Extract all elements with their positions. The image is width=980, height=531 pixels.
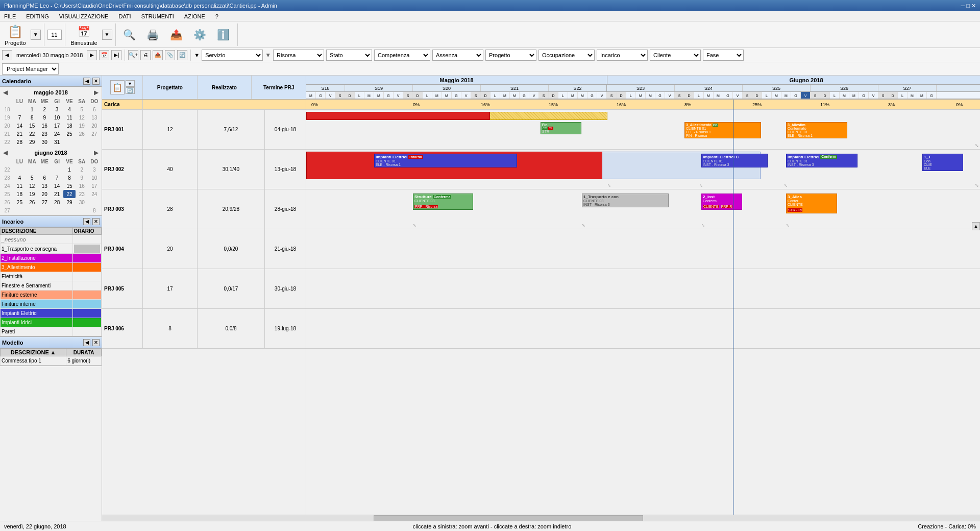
num-weeks-input[interactable] [47,30,62,40]
incarico-row-trasporto[interactable]: 1_Trasporto e consegna [1,244,102,254]
cal-day[interactable]: 14 [13,122,26,130]
cal-prev2-btn[interactable]: ◀ [3,149,8,156]
cal-day[interactable]: 3 [51,105,63,113]
incarico-row-finestre[interactable]: Finestre e Serramenti [1,281,102,291]
cal-day[interactable]: 16 [76,182,88,190]
occupazione-filter[interactable]: Occupazione [538,50,595,61]
progetto-dropdown-btn[interactable]: ▼ [31,30,41,40]
scroll-up-btn[interactable]: ▲ [972,222,980,230]
cal-day[interactable]: 20 [38,190,51,198]
cal-day[interactable]: 8 [88,206,101,214]
cal-day[interactable] [76,138,88,146]
cal-day[interactable]: 15 [26,122,38,130]
cal-day[interactable]: 14 [51,182,63,190]
menu-file[interactable]: FILE [2,13,18,20]
cal-day[interactable]: 27 [38,198,51,206]
risorsa-filter[interactable]: Risorsa [273,50,324,61]
cal-day[interactable]: 15 [63,182,76,190]
cal-day[interactable]: 30 [38,138,51,146]
incarico-row-impianti-id[interactable]: Impianti Idrici [1,318,102,327]
cal-day[interactable]: 10 [51,113,63,122]
scrollbar-thumb[interactable] [374,515,643,521]
cal-day[interactable]: 1 [26,105,38,113]
cal-next-btn[interactable]: ▶ [94,89,99,96]
cal-day[interactable]: 7 [51,174,63,182]
cal-next2-btn[interactable]: ▶ [94,149,99,156]
print-btn[interactable]: 🖨️ [142,25,164,44]
project-manager-select[interactable]: Project Manager [2,63,59,75]
cal-day[interactable]: 28 [51,198,63,206]
cal-day[interactable]: 3 [88,165,101,174]
cal-day[interactable] [88,138,101,146]
cal-day[interactable] [51,165,63,174]
prj005-row[interactable]: PRJ 005 17 0,0/17 30-giu-18 [102,269,306,309]
cal-day[interactable] [26,206,38,214]
prj001-row[interactable]: PRJ 001 12 7,6/12 04-giu-18 [102,110,306,150]
task-allest-s23[interactable]: 3_Allestimento CO CLIENTE 01 ELE - Risor… [684,122,761,138]
cliente-filter[interactable]: Cliente [650,50,701,61]
task-s25-trunc[interactable]: 1_T Con CLIE ELE [922,154,963,171]
cal-day[interactable] [63,138,76,146]
cal-day[interactable]: 16 [38,122,51,130]
cal-day[interactable]: 5 [26,174,38,182]
menu-help[interactable]: ? [213,13,220,20]
modello-close-btn[interactable]: ✕ [92,339,100,346]
cal-day[interactable] [13,165,26,174]
progetto-btn[interactable]: 📋 Progetto [2,22,29,47]
incarico-row-finiture-esterne[interactable]: Finiture esterne [1,291,102,300]
task-trsp-s22[interactable]: 1_Trasporto e con CLIENTE 03 INST - Riso… [582,194,669,207]
task-alles-s24[interactable]: 3_Alles Confer CLIENTE STR - Ri [786,194,837,213]
cal-day[interactable]: 30 [76,198,88,206]
stato-filter[interactable]: Stato [326,50,372,61]
cal-day[interactable]: 10 [88,174,101,182]
cal-day[interactable]: 24 [88,190,101,198]
cal-day[interactable]: 22 [63,190,76,198]
cal-day[interactable]: 18 [13,190,26,198]
cal-day[interactable] [38,165,51,174]
incarico-row-pareti[interactable]: Pareti [1,327,102,336]
cal-day[interactable] [38,206,51,214]
incarico-filter[interactable]: Incarico [597,50,648,61]
competenza-filter[interactable]: Competenza [374,50,430,61]
calendar-picker-btn[interactable]: 📅 [99,50,109,60]
cal-day[interactable]: 24 [51,130,63,138]
maximize-btn[interactable]: □ [966,3,970,9]
cal-day[interactable] [88,198,101,206]
cal-day[interactable]: 17 [88,182,101,190]
today-btn[interactable]: ▶| [111,50,121,60]
menu-visualizzazione[interactable]: VISUALIZZAZIONE [57,13,111,20]
scrollbar-track[interactable] [306,515,980,521]
settings-btn[interactable]: ⚙️ [189,25,211,44]
cal-day[interactable]: 28 [13,138,26,146]
task-imp-el-s23[interactable]: Impianti Elettrici C CLIENTE 01 INST - R… [701,154,768,167]
task-strutture-s20[interactable]: Strutture Conferma CLIENTE 03 PRP - Riso… [413,194,473,210]
cal-day[interactable] [13,105,26,113]
cal-day[interactable]: 8 [63,174,76,182]
print-small-btn[interactable]: 🖨 [140,50,151,60]
refresh-btn[interactable]: 🔄 [177,50,187,60]
cal-day[interactable]: 9 [38,113,51,122]
menu-azione[interactable]: AZIONE [182,13,207,20]
cal-day[interactable] [51,206,63,214]
cal-day[interactable] [26,165,38,174]
cal-day[interactable]: 23 [76,190,88,198]
prev-date-btn[interactable]: ◀ [2,50,12,60]
gantt-filter-btn[interactable]: ▼ [126,80,135,87]
menu-strumenti[interactable]: STRUMENTI [139,13,176,20]
task-inst-s23[interactable]: 2_Inst Conferm CLIENTE PRP-R [701,194,742,210]
cal-day[interactable]: 26 [76,130,88,138]
cal-day[interactable]: 31 [51,138,63,146]
servizio-filter[interactable]: Servizio [202,50,263,61]
progetto-filter[interactable]: Progetto [485,50,536,61]
incarico-row-allestimento[interactable]: 3_Allestimento [1,263,102,272]
menu-editing[interactable]: EDITING [24,13,51,20]
close-btn[interactable]: ✕ [971,3,976,9]
cal-day[interactable]: 11 [63,113,76,122]
task-fin-001[interactable]: Fin CO CL STR [541,122,581,134]
prj002-row[interactable]: PRJ 002 40 30,1/40 13-giu-18 [102,150,306,189]
cal-day[interactable]: 23 [38,130,51,138]
fase-filter[interactable]: Fase [703,50,744,61]
cal-day[interactable]: 21 [51,190,63,198]
cal-day[interactable]: 9 [76,174,88,182]
cal-day[interactable]: 19 [76,122,88,130]
